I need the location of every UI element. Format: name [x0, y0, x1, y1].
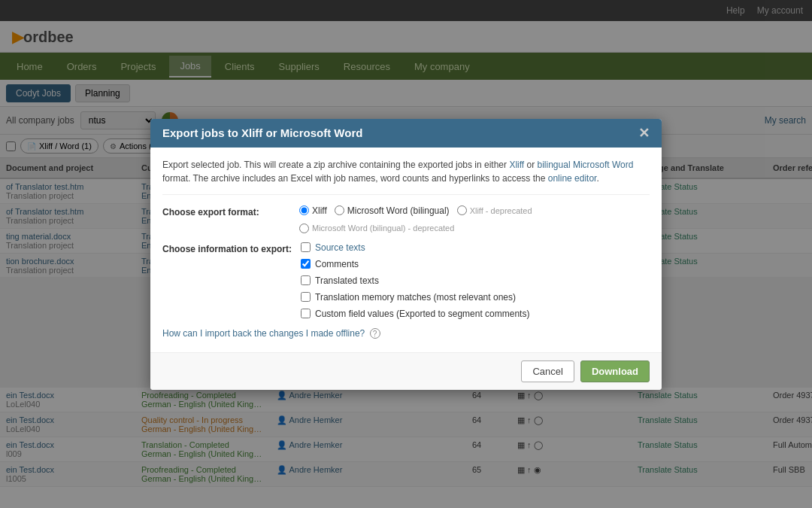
cb-custom[interactable]: Custom field values (Exported to segment… — [301, 309, 529, 319]
modal-footer: Cancel Download — [150, 352, 662, 390]
radio-msword-dep-label: Microsoft Word (bilingual) - deprecated — [312, 224, 454, 233]
radio-msword-dep[interactable]: Microsoft Word (bilingual) - deprecated — [299, 224, 454, 233]
format-radio-group: Xliff Microsoft Word (bilingual) Xliff -… — [299, 205, 650, 233]
modal-header: Export jobs to Xliff or Microsoft Word ✕ — [150, 119, 662, 148]
cb-tm[interactable]: Translation memory matches (most relevan… — [301, 292, 529, 303]
radio-xliff-dep[interactable]: Xliff - deprecated — [457, 205, 532, 215]
cancel-button[interactable]: Cancel — [521, 360, 574, 382]
download-button[interactable]: Download — [580, 360, 650, 382]
xliff-link[interactable]: Xliff — [509, 160, 524, 170]
info-label: Choose information to export: — [162, 242, 292, 254]
modal-body: Export selected job. This will create a … — [150, 148, 662, 352]
tm-label: Translation memory matches (most relevan… — [315, 292, 516, 303]
custom-label: Custom field values (Exported to segment… — [315, 309, 529, 319]
translated-label: Translated texts — [315, 275, 379, 286]
comments-label: Comments — [315, 259, 359, 269]
modal-close-button[interactable]: ✕ — [638, 126, 650, 140]
cb-translated[interactable]: Translated texts — [301, 275, 529, 286]
import-help-link[interactable]: How can I import back the changes I made… — [162, 328, 650, 339]
bilingual-link[interactable]: bilingual Microsoft Word — [538, 160, 634, 170]
online-editor-link[interactable]: online editor — [548, 173, 597, 184]
modal-overlay: Export jobs to Xliff or Microsoft Word ✕… — [0, 0, 812, 508]
cb-comments[interactable]: Comments — [301, 259, 529, 269]
radio-msword[interactable]: Microsoft Word (bilingual) — [335, 205, 450, 216]
format-label: Choose export format: — [162, 205, 290, 217]
export-modal: Export jobs to Xliff or Microsoft Word ✕… — [150, 119, 662, 390]
radio-xliff-label: Xliff — [312, 205, 327, 216]
info-row: Choose information to export: Source tex… — [162, 242, 650, 319]
radio-xliff-dep-label: Xliff - deprecated — [470, 206, 532, 215]
modal-description: Export selected job. This will create a … — [162, 158, 650, 195]
import-help-text: How can I import back the changes I made… — [162, 328, 365, 339]
radio-xliff[interactable]: Xliff — [299, 205, 327, 216]
modal-title: Export jobs to Xliff or Microsoft Word — [162, 126, 362, 139]
format-row: Choose export format: Xliff Microsoft Wo… — [162, 205, 650, 233]
radio-msword-label: Microsoft Word (bilingual) — [347, 205, 450, 216]
cb-source[interactable]: Source texts — [301, 242, 529, 253]
info-checkbox-list: Source texts Comments Translated texts T… — [301, 242, 529, 319]
help-icon: ? — [370, 328, 380, 339]
source-texts-link[interactable]: Source texts — [315, 242, 365, 253]
